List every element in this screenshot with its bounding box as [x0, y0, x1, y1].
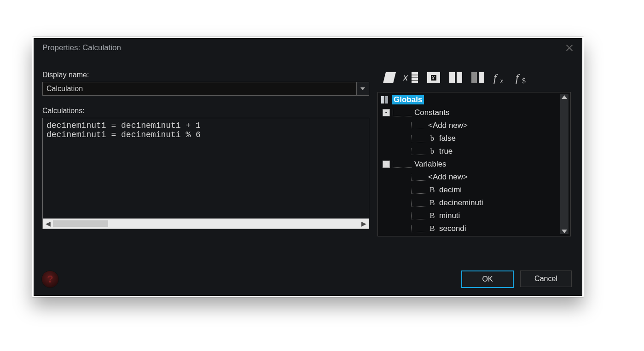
display-name-input[interactable]: [42, 82, 357, 96]
byte-icon: B: [428, 211, 436, 220]
tree-item-label: false: [439, 134, 456, 143]
scroll-right-icon[interactable]: ▶: [359, 219, 369, 229]
globals-icon: [381, 96, 389, 104]
tree-item-label: <Add new>: [428, 121, 468, 130]
tree-item-label: secondi: [439, 224, 466, 233]
tree-item-label: true: [439, 147, 453, 156]
tree-root-label: Globals: [392, 95, 424, 104]
dialog-footer: ? OK Cancel: [41, 270, 572, 288]
svg-text:x: x: [431, 75, 435, 81]
svg-rect-16: [381, 96, 384, 104]
tree-root[interactable]: Globals: [381, 93, 557, 106]
toolbar-split-light-icon[interactable]: [447, 69, 465, 87]
tree-item-label: decimi: [439, 185, 462, 195]
help-icon[interactable]: ?: [41, 270, 59, 288]
titlebar: Properties: Calculation: [34, 39, 582, 57]
display-name-dropdown[interactable]: [357, 82, 369, 96]
toolbar: x x: [377, 66, 571, 89]
tree-item-true[interactable]: b true: [381, 145, 557, 158]
tree-item-add-variable[interactable]: <Add new>: [381, 171, 557, 184]
svg-rect-8: [449, 72, 455, 83]
tree-group-constants[interactable]: - Constants: [381, 106, 557, 119]
cancel-button[interactable]: Cancel: [520, 270, 572, 287]
tree-scrollbar[interactable]: [560, 94, 569, 234]
horizontal-scrollbar[interactable]: ◀ ▶: [43, 219, 369, 229]
svg-text:$: $: [522, 77, 526, 85]
ok-button[interactable]: OK: [461, 270, 514, 288]
collapse-icon[interactable]: -: [383, 161, 390, 168]
byte-icon: B: [428, 198, 436, 207]
toolbar-fdollar-icon[interactable]: f $: [513, 69, 531, 87]
calculations-label: Calculations:: [42, 107, 369, 115]
calculations-editor[interactable]: decineminuti = decineminuti + 1 decinemi…: [42, 118, 369, 229]
tree-item-decimi[interactable]: B decimi: [381, 184, 557, 196]
tree-group-label: Variables: [414, 160, 447, 169]
properties-dialog: Properties: Calculation Display name: Ca…: [34, 38, 582, 296]
collapse-icon[interactable]: -: [383, 109, 390, 116]
svg-text:x: x: [403, 72, 408, 82]
toolbar-parallelogram-icon[interactable]: [380, 69, 399, 87]
svg-text:f: f: [516, 72, 520, 84]
calculations-code[interactable]: decineminuti = decineminuti + 1 decinemi…: [43, 118, 369, 219]
svg-rect-9: [457, 72, 462, 83]
scroll-left-icon[interactable]: ◀: [43, 219, 53, 229]
svg-rect-11: [479, 72, 484, 83]
svg-text:x: x: [499, 77, 503, 85]
boolean-icon: b: [428, 147, 436, 156]
svg-rect-10: [471, 72, 477, 83]
tree-item-minuti[interactable]: B minuti: [381, 209, 557, 222]
scroll-up-icon[interactable]: [562, 95, 567, 99]
svg-text:f: f: [493, 72, 498, 84]
tree-item-false[interactable]: b false: [381, 132, 557, 145]
tree-item-label: <Add new>: [428, 173, 468, 182]
right-pane: x x: [377, 66, 571, 236]
tree-item-decineminuti[interactable]: B decineminuti: [381, 196, 557, 209]
scroll-thumb[interactable]: [53, 220, 108, 227]
tree-group-variables[interactable]: - Variables: [381, 158, 557, 171]
tree-item-label: minuti: [439, 211, 460, 220]
tree-item-label: decineminuti: [439, 198, 483, 207]
tree-item-secondi[interactable]: B secondi: [381, 222, 557, 235]
tree-group-label: Constants: [414, 108, 450, 117]
display-name-label: Display name:: [42, 71, 369, 79]
left-pane: Display name: Calculations: decineminuti…: [42, 71, 369, 229]
scroll-down-icon[interactable]: [562, 230, 567, 233]
toolbar-bracket-x-icon[interactable]: x: [402, 69, 421, 87]
close-icon[interactable]: [565, 44, 574, 52]
boolean-icon: b: [428, 134, 436, 143]
byte-icon: B: [428, 224, 436, 233]
svg-rect-17: [385, 96, 388, 104]
tree-item-add-constant[interactable]: <Add new>: [381, 119, 557, 132]
toolbar-split-shaded-icon[interactable]: [469, 69, 487, 87]
byte-icon: B: [428, 185, 436, 195]
dialog-title: Properties: Calculation: [42, 43, 121, 52]
toolbar-box-x-icon[interactable]: x: [424, 69, 443, 87]
toolbar-fx-icon[interactable]: f x: [491, 69, 509, 87]
variables-tree[interactable]: Globals - Constants <Add new> b fa: [377, 92, 571, 236]
